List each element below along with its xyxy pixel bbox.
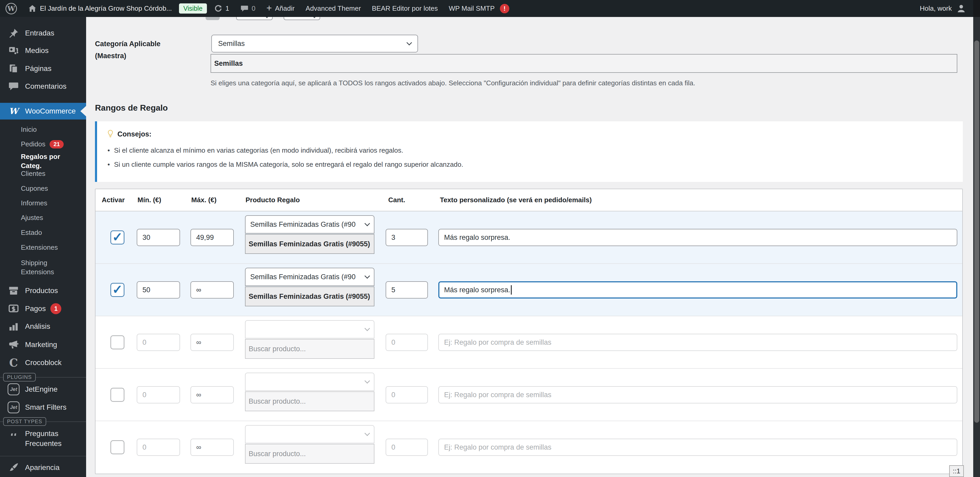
- site-link[interactable]: El Jardín de la Alegría Grow Shop Córdob…: [22, 0, 177, 17]
- sidebar-item-clientes[interactable]: Clientes: [0, 167, 86, 181]
- section-label-post-types: POST TYPES: [0, 418, 86, 425]
- home-icon: [28, 4, 37, 13]
- pin-icon: [7, 28, 20, 39]
- pagos-count-badge: 1: [50, 303, 61, 314]
- quantity-input[interactable]: 3: [386, 229, 428, 246]
- main-content: Categoría Aplicable (Maestra) Semillas S…: [86, 17, 973, 477]
- category-selected-panel[interactable]: Semillas: [210, 54, 957, 73]
- sidebar-item-paginas[interactable]: Páginas: [0, 60, 86, 77]
- quote-icon: “: [7, 433, 20, 444]
- category-help-text: Si eliges una categoría aquí, se aplicar…: [210, 79, 695, 87]
- max-amount-input[interactable]: ∞: [191, 386, 234, 404]
- min-amount-input[interactable]: 0: [137, 334, 180, 351]
- custom-text-input[interactable]: Ej: Regalo por compra de semillas: [438, 334, 957, 351]
- active-menu-arrow: [80, 106, 86, 116]
- comment-bubble-icon: [7, 81, 20, 92]
- admin-sidebar: Entradas Medios Páginas Comentarios W Wo…: [0, 17, 86, 477]
- gift-range-row: 0 ∞ Buscar producto... 0 Ej: Regalo por …: [95, 369, 962, 421]
- quantity-input[interactable]: 0: [386, 439, 428, 456]
- account-menu[interactable]: Hola, work: [920, 3, 973, 14]
- scrollbar-track[interactable]: [973, 0, 980, 477]
- min-amount-input[interactable]: 50: [137, 281, 180, 299]
- menu-bear-editor[interactable]: BEAR Editor por lotes: [366, 0, 443, 17]
- sidebar-item-cupones[interactable]: Cupones: [0, 181, 86, 196]
- wordpress-menu-button[interactable]: W: [0, 0, 22, 17]
- product-search-box[interactable]: Buscar producto...: [245, 391, 374, 411]
- scrollbar-thumb[interactable]: [974, 40, 979, 423]
- sidebar-item-pagos[interactable]: Pagos 1: [0, 301, 86, 317]
- sidebar-item-pedidos[interactable]: Pedidos 21: [0, 137, 86, 152]
- min-amount-input[interactable]: 0: [137, 386, 180, 404]
- max-amount-input[interactable]: 49,99: [191, 229, 234, 246]
- sidebar-item-smart-filters[interactable]: Jet Smart Filters: [0, 399, 86, 416]
- sidebar-item-shipping-extensions[interactable]: Shipping Extensions: [0, 256, 65, 280]
- sidebar-item-productos[interactable]: Productos: [0, 282, 86, 299]
- brush-icon: [7, 462, 20, 473]
- row-enable-checkbox[interactable]: [110, 231, 124, 245]
- payments-icon: [7, 303, 20, 314]
- product-select-stack: Buscar producto...: [245, 320, 374, 359]
- max-amount-input[interactable]: ∞: [191, 281, 234, 299]
- gift-ranges-table: Activar Mín. (€) Máx. (€) Producto Regal…: [95, 189, 963, 474]
- row-enable-checkbox[interactable]: [110, 283, 124, 297]
- sidebar-item-apariencia[interactable]: Apariencia: [0, 459, 86, 476]
- visibility-badge: Visible: [179, 3, 207, 14]
- product-select[interactable]: [245, 425, 374, 444]
- sidebar-item-jetengine[interactable]: Jet JetEngine: [0, 381, 86, 398]
- sidebar-item-ajustes[interactable]: Ajustes: [0, 211, 86, 225]
- quantity-input[interactable]: 0: [386, 334, 428, 351]
- media-icon: [7, 45, 20, 56]
- custom-text-input[interactable]: Ej: Regalo por compra de semillas: [438, 439, 957, 456]
- products-icon: [7, 285, 20, 296]
- product-display-box[interactable]: Semillas Feminizadas Gratis (#9055): [245, 286, 374, 306]
- sidebar-item-crocoblock[interactable]: C Crocoblock: [0, 355, 86, 371]
- product-select[interactable]: Semillas Feminizadas Gratis (#90: [245, 215, 374, 234]
- product-search-box[interactable]: Buscar producto...: [245, 339, 374, 359]
- product-select-stack: Semillas Feminizadas Gratis (#90 Semilla…: [245, 215, 374, 254]
- max-amount-input[interactable]: ∞: [191, 439, 234, 456]
- custom-text-input[interactable]: Más regalo sorpresa.: [438, 229, 957, 246]
- pedidos-count-badge: 21: [49, 140, 64, 148]
- chevron-down-icon: [407, 40, 412, 45]
- custom-text-input-focused[interactable]: Más regalo sorpresa.: [438, 281, 957, 299]
- comments-link[interactable]: 0: [235, 0, 261, 17]
- sidebar-item-preguntas-frecuentes[interactable]: “ Preguntas Frecuentes: [0, 426, 86, 451]
- sidebar-item-extensiones[interactable]: Extensiones: [0, 240, 86, 255]
- menu-advanced-themer[interactable]: Advanced Themer: [300, 0, 366, 17]
- row-enable-checkbox[interactable]: [110, 335, 124, 350]
- chevron-down-icon: [364, 378, 370, 383]
- greeting-text: Hola, work: [920, 5, 952, 13]
- admin-bar: W El Jardín de la Alegría Grow Shop Córd…: [0, 0, 973, 17]
- row-enable-checkbox[interactable]: [110, 440, 124, 454]
- product-search-box[interactable]: Buscar producto...: [245, 444, 374, 464]
- sidebar-item-estado[interactable]: Estado: [0, 226, 86, 240]
- marketing-icon: [7, 339, 20, 350]
- custom-text-input[interactable]: Ej: Regalo por compra de semillas: [438, 386, 957, 404]
- min-amount-input[interactable]: 30: [137, 229, 180, 246]
- quantity-input[interactable]: 0: [386, 386, 428, 404]
- updates-link[interactable]: 1: [208, 0, 235, 17]
- sidebar-item-analisis[interactable]: Análisis: [0, 318, 86, 335]
- sidebar-item-informes[interactable]: Informes: [0, 196, 86, 211]
- gift-range-row: 0 ∞ Buscar producto... 0 Ej: Regalo por …: [95, 316, 962, 369]
- sidebar-item-woocommerce[interactable]: W WooCommerce: [0, 103, 86, 119]
- add-new-link[interactable]: + Añadir: [261, 0, 300, 17]
- divider: [0, 456, 86, 456]
- sidebar-item-entradas[interactable]: Entradas: [0, 25, 86, 41]
- col-max: Máx. (€): [191, 196, 216, 204]
- product-display-box[interactable]: Semillas Feminizadas Gratis (#9055): [245, 234, 374, 254]
- min-amount-input[interactable]: 0: [137, 439, 180, 456]
- menu-wp-mail-smtp[interactable]: WP Mail SMTP !: [443, 0, 515, 17]
- category-select[interactable]: Semillas: [212, 35, 418, 52]
- max-amount-input[interactable]: ∞: [191, 334, 234, 351]
- product-select[interactable]: [245, 373, 374, 391]
- chevron-down-icon: [364, 221, 370, 226]
- sidebar-item-medios[interactable]: Medios: [0, 42, 86, 59]
- sidebar-item-marketing[interactable]: Marketing: [0, 336, 86, 353]
- sidebar-item-comentarios[interactable]: Comentarios: [0, 78, 86, 95]
- product-select[interactable]: Semillas Feminizadas Gratis (#90: [245, 268, 374, 286]
- sidebar-item-inicio[interactable]: Inicio: [0, 122, 86, 137]
- product-select[interactable]: [245, 320, 374, 339]
- row-enable-checkbox[interactable]: [110, 388, 124, 402]
- quantity-input[interactable]: 5: [386, 281, 428, 299]
